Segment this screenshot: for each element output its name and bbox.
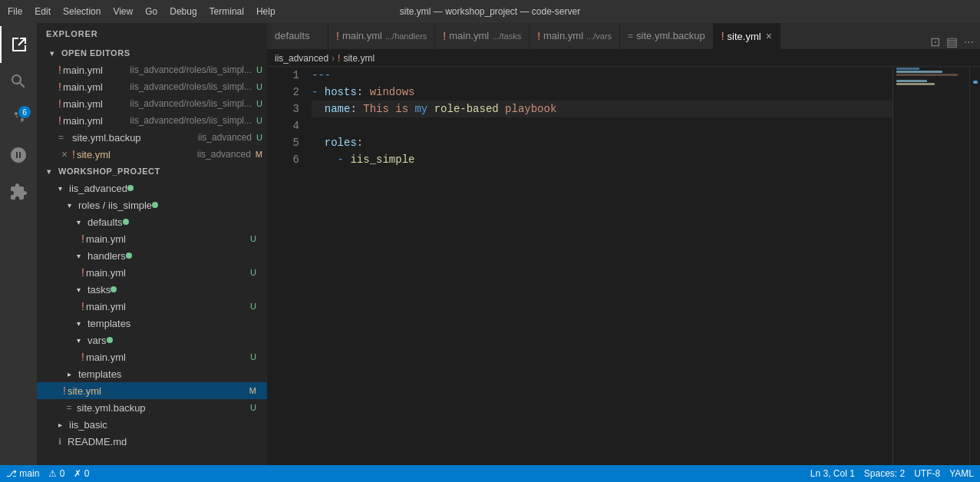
- tree-folder-handlers[interactable]: handlers: [37, 247, 267, 264]
- open-editor-item[interactable]: ! main.yml iis_advanced/roles/iis_simpl.…: [37, 61, 267, 78]
- folder-name: templates: [78, 368, 121, 380]
- file-badge: U: [246, 352, 261, 362]
- file-name: main.yml: [86, 267, 246, 279]
- toggle-sidebar-icon[interactable]: ▤: [943, 35, 961, 49]
- tab-close-icon[interactable]: ×: [766, 30, 772, 42]
- menu-view[interactable]: View: [113, 6, 133, 17]
- file-name: main.yml: [86, 233, 246, 245]
- status-spaces[interactable]: Spaces: 2: [864, 468, 905, 479]
- file-badge: U: [252, 99, 267, 108]
- tree-folder-templates-inner[interactable]: templates: [37, 315, 267, 332]
- tree-folder-iis-basic[interactable]: iis_basic: [37, 416, 267, 433]
- folder-name: roles / iis_simple: [78, 200, 152, 211]
- tab-main-yml-vars[interactable]: ! main.yml .../vars: [530, 23, 620, 49]
- open-editor-item[interactable]: ! main.yml iis_advanced/roles/iis_simpl.…: [37, 78, 267, 95]
- tree-file-main-yml-vars[interactable]: ! main.yml U: [37, 348, 267, 365]
- tree-file-site-yml[interactable]: ! site.yml M: [37, 382, 267, 399]
- menu-debug[interactable]: Debug: [170, 6, 196, 17]
- tree-folder-templates-outer[interactable]: templates: [37, 365, 267, 382]
- status-dot: [127, 185, 134, 191]
- sidebar: Explorer Open Editors ! main.yml iis_adv…: [37, 23, 267, 465]
- folder-chevron: [63, 199, 75, 211]
- tab-path: .../tasks: [492, 31, 521, 41]
- status-errors[interactable]: ⚠ 0: [48, 468, 64, 479]
- code-line-1: ---: [312, 67, 893, 84]
- folder-name: handlers: [87, 250, 126, 262]
- menu-selection[interactable]: Selection: [63, 6, 101, 17]
- menu-file[interactable]: File: [8, 6, 22, 17]
- tree-folder-vars[interactable]: vars: [37, 332, 267, 348]
- status-dot: [107, 337, 113, 343]
- tree-file-readme[interactable]: ℹ README.md: [37, 433, 267, 450]
- more-actions-icon[interactable]: ···: [961, 35, 977, 49]
- status-language[interactable]: YAML: [949, 468, 974, 479]
- menu-bar[interactable]: File Edit Selection View Go Debug Termin…: [8, 6, 276, 17]
- file-badge: M: [251, 150, 267, 159]
- tree-file-main-yml-handlers[interactable]: ! main.yml U: [37, 264, 267, 281]
- activity-extensions[interactable]: [0, 173, 37, 210]
- file-name: main.yml: [63, 115, 125, 127]
- tab-label: main.yml: [342, 30, 382, 41]
- close-icon[interactable]: ×: [58, 148, 71, 160]
- tab-error-icon: !: [537, 30, 540, 42]
- folder-name: vars: [87, 335, 107, 346]
- line-numbers: 1 2 3 4 5 6: [267, 67, 305, 465]
- status-warnings[interactable]: ✗ 0: [74, 468, 89, 479]
- menu-go[interactable]: Go: [145, 6, 157, 17]
- tab-label: site.yml: [728, 31, 761, 42]
- tab-main-yml-tasks[interactable]: ! main.yml .../tasks: [435, 23, 530, 49]
- folder-chevron: [54, 182, 66, 194]
- tree-file-main-yml[interactable]: ! main.yml U: [37, 230, 267, 247]
- ruler-mark: [973, 81, 978, 84]
- tree-file-site-yml-backup[interactable]: = site.yml.backup U: [37, 399, 267, 416]
- tree-folder-defaults[interactable]: defaults: [37, 213, 267, 230]
- breadcrumb: iis_advanced › ! site.yml: [267, 50, 980, 67]
- activity-explorer[interactable]: [0, 26, 37, 63]
- open-editor-item[interactable]: ! main.yml iis_advanced/roles/iis_simpl.…: [37, 112, 267, 129]
- open-editor-item[interactable]: = site.yml.backup iis_advanced U: [37, 129, 267, 146]
- status-cursor[interactable]: Ln 3, Col 1: [810, 468, 855, 479]
- open-editor-item-siteyml[interactable]: × ! site.yml iis_advanced M: [37, 146, 267, 163]
- workspace-header[interactable]: WORKSHOP_PROJECT: [37, 163, 267, 180]
- file-name: main.yml: [86, 352, 246, 363]
- status-bar: ⎇ main ⚠ 0 ✗ 0 Ln 3, Col 1 Spaces: 2 UTF…: [0, 465, 980, 482]
- file-badge: U: [252, 65, 267, 74]
- file-name: README.md: [68, 436, 261, 447]
- code-line-3: name: This is my role-based playbook: [312, 101, 893, 117]
- activity-debug[interactable]: [0, 137, 37, 173]
- menu-help[interactable]: Help: [256, 6, 276, 17]
- folder-chevron: [63, 368, 75, 380]
- file-path: iis_advanced/roles/iis_simpl...: [130, 81, 252, 92]
- editor-lines[interactable]: --- - hosts: windows name: This is my ro…: [305, 67, 893, 465]
- file-path: iis_advanced/roles/iis_simpl...: [130, 64, 252, 75]
- split-editor-icon[interactable]: ⊡: [927, 35, 943, 49]
- activity-search[interactable]: [0, 63, 37, 100]
- breadcrumb-folder[interactable]: iis_advanced: [275, 53, 328, 64]
- editor-content[interactable]: 1 2 3 4 5 6 --- - hosts: windows name: T…: [267, 67, 980, 465]
- folder-chevron: [72, 216, 84, 228]
- tab-defaults[interactable]: defaults: [267, 23, 328, 49]
- open-editor-item[interactable]: ! main.yml iis_advanced/roles/iis_simpl.…: [37, 95, 267, 112]
- tab-site-yml-backup[interactable]: = site.yml.backup: [620, 23, 714, 49]
- file-name: site.yml: [68, 385, 245, 397]
- menu-edit[interactable]: Edit: [35, 6, 51, 17]
- activity-scm[interactable]: 6: [0, 100, 37, 137]
- tree-folder-tasks[interactable]: tasks: [37, 281, 267, 298]
- status-encoding[interactable]: UTF-8: [914, 468, 940, 479]
- tree-folder-iis-advanced[interactable]: iis_advanced: [37, 180, 267, 196]
- breadcrumb-error-icon: !: [338, 53, 340, 64]
- code-line-5: roles:: [312, 134, 893, 151]
- open-editors-header[interactable]: Open Editors: [37, 45, 267, 61]
- tree-file-main-yml-tasks[interactable]: ! main.yml U: [37, 298, 267, 315]
- tab-site-yml[interactable]: ! site.yml ×: [714, 23, 780, 49]
- tree-folder-roles[interactable]: roles / iis_simple: [37, 196, 267, 213]
- folder-name: defaults: [87, 216, 123, 228]
- breadcrumb-file[interactable]: site.yml: [343, 53, 375, 64]
- menu-terminal[interactable]: Terminal: [210, 6, 244, 17]
- status-branch[interactable]: ⎇ main: [6, 468, 39, 479]
- folder-chevron: [72, 283, 84, 295]
- file-badge: U: [246, 234, 261, 243]
- folder-name: iis_basic: [69, 419, 107, 431]
- tab-main-yml-handlers[interactable]: ! main.yml .../handlers: [328, 23, 435, 49]
- window-title: site.yml — workshop_project — code-serve…: [400, 6, 580, 17]
